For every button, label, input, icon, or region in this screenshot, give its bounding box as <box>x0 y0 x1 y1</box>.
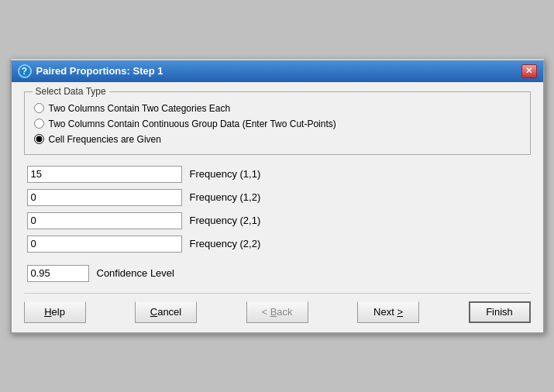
title-bar: ? Paired Proportions: Step 1 ✕ <box>12 60 543 82</box>
close-button[interactable]: ✕ <box>521 64 537 78</box>
radio-cell-frequencies[interactable] <box>34 134 44 144</box>
title-bar-left: ? Paired Proportions: Step 1 <box>18 64 163 78</box>
radio-label-2: Two Columns Contain Continuous Group Dat… <box>49 119 336 129</box>
freq-label-12: Frequency (1,2) <box>190 191 261 203</box>
next-button[interactable]: Next > <box>357 301 419 323</box>
help-icon: ? <box>18 64 32 78</box>
cancel-button[interactable]: Cancel <box>135 301 197 323</box>
frequency-section: Frequency (1,1) Frequency (1,2) Frequenc… <box>24 166 531 253</box>
window-body: Select Data Type Two Columns Contain Two… <box>12 82 543 332</box>
back-button[interactable]: < Back <box>246 301 308 323</box>
radio-label-3: Cell Frequencies are Given <box>49 134 161 145</box>
group-legend: Select Data Type <box>33 86 109 97</box>
data-type-group: Select Data Type Two Columns Contain Two… <box>24 91 531 155</box>
freq-input-12[interactable] <box>27 189 182 206</box>
finish-button[interactable]: Finish <box>469 301 531 323</box>
confidence-label: Confidence Level <box>97 267 174 279</box>
freq-input-11[interactable] <box>27 166 182 183</box>
radio-row-3: Cell Frequencies are Given <box>34 134 521 145</box>
freq-input-21[interactable] <box>27 212 182 229</box>
radio-two-columns-continuous[interactable] <box>34 119 44 129</box>
confidence-row: Confidence Level <box>24 265 531 282</box>
button-row: Help Cancel < Back Next > Finish <box>24 293 531 323</box>
freq-row-2: Frequency (1,2) <box>27 189 528 206</box>
freq-label-21: Frequency (2,1) <box>190 215 261 226</box>
confidence-input[interactable] <box>27 265 89 282</box>
main-window: ? Paired Proportions: Step 1 ✕ Select Da… <box>10 59 545 334</box>
help-button[interactable]: Help <box>24 301 86 323</box>
radio-row-1: Two Columns Contain Two Categories Each <box>34 103 521 114</box>
freq-label-11: Frequency (1,1) <box>190 168 261 180</box>
freq-row-4: Frequency (2,2) <box>27 236 528 253</box>
radio-two-columns-two-categories[interactable] <box>34 103 44 113</box>
radio-label-1: Two Columns Contain Two Categories Each <box>49 103 231 114</box>
freq-label-22: Frequency (2,2) <box>190 238 261 249</box>
freq-row-3: Frequency (2,1) <box>27 212 528 229</box>
radio-row-2: Two Columns Contain Continuous Group Dat… <box>34 119 521 129</box>
window-title: Paired Proportions: Step 1 <box>36 65 163 77</box>
freq-row-1: Frequency (1,1) <box>27 166 528 183</box>
freq-input-22[interactable] <box>27 236 182 253</box>
